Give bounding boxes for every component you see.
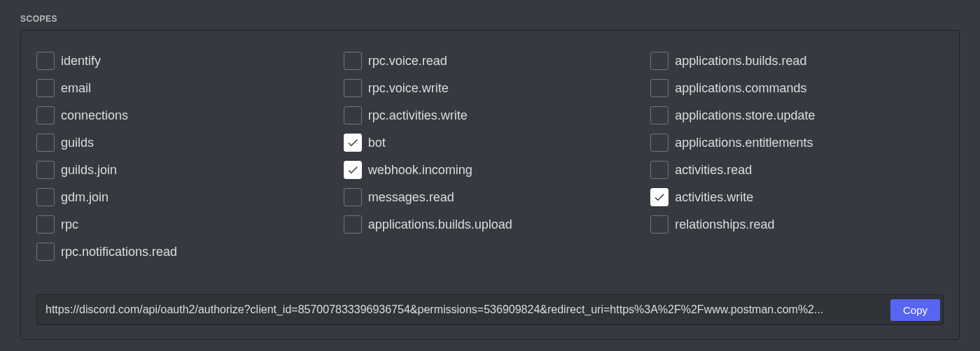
scopes-panel: identifyemailconnectionsguildsguilds.joi… (20, 30, 960, 340)
scope-checkbox-row[interactable]: activities.write (650, 188, 944, 206)
scope-label: guilds.join (61, 163, 117, 178)
scope-label: guilds (61, 136, 94, 150)
checkbox[interactable] (650, 134, 668, 152)
scope-label: applications.entitlements (675, 136, 813, 150)
checkbox[interactable] (344, 215, 362, 234)
scope-label: applications.builds.upload (368, 217, 512, 232)
scope-label: activities.read (675, 163, 752, 178)
scope-label: identify (61, 54, 101, 69)
check-icon (653, 191, 666, 203)
scopes-column-3: applications.builds.readapplications.com… (650, 52, 944, 261)
scope-checkbox-row[interactable]: rpc.voice.read (344, 52, 637, 70)
checkbox[interactable] (344, 161, 362, 179)
scope-label: rpc.activities.write (368, 108, 468, 123)
checkbox[interactable] (36, 161, 55, 179)
scope-label: email (61, 81, 91, 96)
scope-checkbox-row[interactable]: relationships.read (650, 215, 944, 234)
checkbox[interactable] (650, 52, 668, 70)
scope-label: applications.commands (675, 81, 806, 96)
scope-label: applications.builds.read (675, 54, 806, 69)
checkbox[interactable] (36, 134, 55, 152)
scope-label: messages.read (368, 190, 454, 205)
checkbox[interactable] (36, 52, 55, 70)
copy-button[interactable]: Copy (890, 299, 940, 321)
scope-checkbox-row[interactable]: rpc.notifications.read (36, 243, 330, 261)
checkbox[interactable] (344, 134, 362, 152)
section-title: SCOPES (20, 14, 960, 24)
generated-url-row: Copy (36, 294, 944, 325)
scope-label: relationships.read (675, 217, 774, 232)
scope-checkbox-row[interactable]: rpc (36, 215, 330, 234)
check-icon (346, 164, 359, 176)
scope-checkbox-row[interactable]: messages.read (344, 188, 637, 206)
checkbox[interactable] (650, 106, 668, 124)
checkbox[interactable] (36, 79, 55, 97)
scope-checkbox-row[interactable]: guilds.join (36, 161, 330, 179)
scope-checkbox-row[interactable]: applications.store.update (650, 106, 944, 124)
checkbox[interactable] (650, 215, 668, 234)
generated-url-input[interactable] (46, 298, 879, 322)
checkbox[interactable] (650, 188, 668, 206)
scope-checkbox-row[interactable]: activities.read (650, 161, 944, 179)
scope-checkbox-row[interactable]: applications.builds.read (650, 52, 944, 70)
checkbox[interactable] (36, 188, 55, 206)
scope-label: rpc.voice.read (368, 54, 447, 69)
scope-checkbox-row[interactable]: webhook.incoming (344, 161, 637, 179)
scope-checkbox-row[interactable]: connections (36, 106, 330, 124)
scope-label: bot (368, 136, 386, 150)
checkbox[interactable] (650, 79, 668, 97)
scope-checkbox-row[interactable]: applications.entitlements (650, 134, 944, 152)
checkbox[interactable] (344, 188, 362, 206)
scope-checkbox-row[interactable]: applications.builds.upload (344, 215, 637, 234)
scope-checkbox-row[interactable]: guilds (36, 134, 330, 152)
scope-checkbox-row[interactable]: bot (344, 134, 637, 152)
checkbox[interactable] (344, 106, 362, 124)
scope-checkbox-row[interactable]: rpc.voice.write (344, 79, 637, 97)
scope-checkbox-row[interactable]: email (36, 79, 330, 97)
scope-label: webhook.incoming (368, 163, 472, 178)
scope-label: connections (61, 108, 128, 123)
scope-checkbox-row[interactable]: identify (36, 52, 330, 70)
checkbox[interactable] (36, 215, 55, 234)
scope-label: gdm.join (61, 190, 108, 205)
scopes-grid: identifyemailconnectionsguildsguilds.joi… (36, 52, 944, 261)
checkbox[interactable] (344, 79, 362, 97)
scope-label: applications.store.update (675, 108, 815, 123)
scope-label: rpc.notifications.read (61, 245, 177, 259)
checkbox[interactable] (36, 243, 55, 261)
checkbox[interactable] (650, 161, 668, 179)
scopes-column-1: identifyemailconnectionsguildsguilds.joi… (36, 52, 330, 261)
scopes-column-2: rpc.voice.readrpc.voice.writerpc.activit… (344, 52, 637, 261)
check-icon (346, 136, 359, 149)
scope-checkbox-row[interactable]: applications.commands (650, 79, 944, 97)
scope-label: activities.write (675, 190, 753, 205)
scope-checkbox-row[interactable]: rpc.activities.write (344, 106, 637, 124)
scope-checkbox-row[interactable]: gdm.join (36, 188, 330, 206)
scope-label: rpc.voice.write (368, 81, 449, 96)
checkbox[interactable] (36, 106, 55, 124)
checkbox[interactable] (344, 52, 362, 70)
scope-label: rpc (61, 217, 78, 232)
